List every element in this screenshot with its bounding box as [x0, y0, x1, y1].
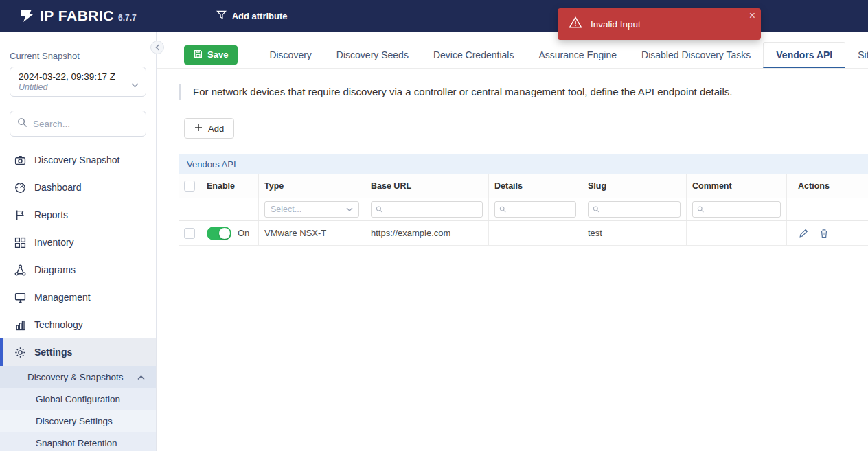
sidebar-item-diagrams[interactable]: Diagrams	[0, 256, 156, 284]
toast-message: Invalid Input	[591, 19, 641, 30]
error-toast: Invalid Input ×	[558, 8, 761, 40]
search-icon	[697, 205, 704, 213]
table-filter-row: Select...	[179, 198, 868, 221]
warning-triangle-icon	[569, 16, 582, 32]
snapshot-select[interactable]: 2024-03-22, 09:39:17 Z Untitled	[10, 67, 146, 97]
sidebar-collapse-button[interactable]	[150, 41, 164, 54]
cell-details	[489, 221, 582, 245]
tab-discovery-seeds[interactable]: Discovery Seeds	[324, 42, 421, 68]
column-header-actions: Actions	[787, 174, 841, 198]
sidebar-item-technology[interactable]: Technology	[0, 311, 156, 338]
edit-button[interactable]	[795, 225, 812, 242]
slug-filter[interactable]	[588, 201, 681, 218]
sidebar-item-management[interactable]: Management	[0, 284, 156, 311]
monitor-icon	[14, 291, 26, 303]
ipfabric-logo-icon	[19, 8, 36, 24]
brand-version: 6.7.7	[118, 13, 137, 23]
comment-filter-input[interactable]	[707, 205, 776, 214]
sidebar-item-global-configuration[interactable]: Global Configuration	[0, 388, 156, 410]
enable-state-label: On	[238, 228, 249, 238]
sidebar-item-dashboard[interactable]: Dashboard	[0, 174, 156, 201]
search-input[interactable]	[33, 119, 155, 129]
chevron-down-icon	[131, 78, 139, 91]
tab-site-separation[interactable]: Site Separation	[845, 42, 868, 68]
tab-assurance-engine[interactable]: Assurance Engine	[526, 42, 629, 68]
brand-name: IP FABRIC	[40, 8, 114, 24]
table-row: On VMware NSX-T https://example.com test	[179, 221, 868, 246]
add-button[interactable]: Add	[184, 118, 234, 139]
sidebar-item-discovery-snapshot[interactable]: Discovery Snapshot	[0, 146, 156, 174]
details-filter-input[interactable]	[510, 205, 571, 214]
current-snapshot-label: Current Snapshot	[10, 51, 146, 61]
tab-disabled-discovery-tasks[interactable]: Disabled Discovery Tasks	[629, 42, 763, 68]
add-attribute-button[interactable]: Add attribute	[216, 10, 288, 22]
enable-toggle[interactable]	[207, 227, 231, 240]
row-checkbox[interactable]	[184, 228, 195, 239]
sidebar: Current Snapshot 2024-03-22, 09:39:17 Z …	[0, 32, 157, 451]
sidebar-search[interactable]	[10, 111, 146, 137]
sidebar-item-snapshot-retention[interactable]: Snapshot Retention	[0, 432, 156, 451]
column-header-enable[interactable]: Enable	[201, 174, 259, 198]
column-header-slug[interactable]: Slug	[582, 174, 687, 198]
flag-icon	[14, 209, 26, 221]
type-filter-select[interactable]: Select...	[264, 201, 359, 218]
sidebar-menu: Discovery Snapshot Dashboard Reports Inv…	[0, 146, 156, 451]
toast-close-button[interactable]: ×	[749, 10, 755, 22]
toggle-knob	[219, 228, 230, 239]
network-icon	[14, 264, 26, 276]
details-filter[interactable]	[494, 201, 576, 218]
tab-vendors-api[interactable]: Vendors API	[763, 42, 845, 68]
snapshot-date: 2024-03-22, 09:39:17 Z	[19, 71, 126, 82]
sidebar-item-discovery-settings[interactable]: Discovery Settings	[0, 410, 156, 432]
column-header-base-url[interactable]: Base URL	[365, 174, 489, 198]
search-icon	[17, 117, 27, 130]
grid-icon	[14, 236, 26, 248]
tabs: Discovery Discovery Seeds Device Credent…	[257, 42, 868, 68]
column-header-details[interactable]: Details	[489, 174, 582, 198]
floppy-icon	[194, 49, 203, 60]
slug-filter-input[interactable]	[603, 205, 676, 214]
chevron-up-icon	[137, 372, 145, 382]
page-description: For network devices that require discove…	[179, 84, 769, 100]
main-content: Save Discovery Discovery Seeds Device Cr…	[157, 32, 868, 451]
save-button[interactable]: Save	[184, 45, 238, 65]
sidebar-item-inventory[interactable]: Inventory	[0, 229, 156, 256]
base-url-filter-input[interactable]	[387, 205, 478, 214]
comment-filter[interactable]	[692, 201, 781, 218]
column-header-type[interactable]: Type	[259, 174, 365, 198]
camera-icon	[14, 154, 26, 166]
delete-button[interactable]	[816, 225, 832, 242]
cell-slug: test	[582, 221, 687, 245]
gear-icon	[14, 346, 26, 358]
cell-type: VMware NSX-T	[259, 221, 365, 245]
plus-icon	[194, 124, 203, 134]
vendors-api-table: Vendors API Enable Type Base URL Details…	[179, 154, 868, 246]
pencil-icon	[799, 229, 808, 238]
search-icon	[376, 205, 383, 213]
tab-device-credentials[interactable]: Device Credentials	[421, 42, 527, 68]
snapshot-name: Untitled	[19, 82, 126, 92]
trash-icon	[819, 229, 829, 238]
sidebar-item-settings[interactable]: Settings	[0, 338, 156, 366]
select-all-checkbox[interactable]	[184, 181, 195, 192]
table-title: Vendors API	[179, 154, 868, 174]
column-header-filler	[841, 174, 868, 198]
brand: IP FABRIC 6.7.7	[0, 8, 137, 24]
cell-base-url: https://example.com	[365, 221, 489, 245]
sidebar-item-discovery-snapshots-group[interactable]: Discovery & Snapshots	[0, 366, 156, 388]
table-header-row: Enable Type Base URL Details Slug Commen…	[179, 174, 868, 198]
chevron-down-icon	[346, 207, 353, 211]
sidebar-item-reports[interactable]: Reports	[0, 201, 156, 229]
base-url-filter[interactable]	[371, 201, 483, 218]
gauge-icon	[14, 181, 26, 194]
search-icon	[593, 205, 599, 213]
search-icon	[499, 205, 506, 213]
column-header-comment[interactable]: Comment	[687, 174, 787, 198]
cell-comment	[687, 221, 787, 245]
tab-discovery[interactable]: Discovery	[257, 42, 323, 68]
funnel-icon	[216, 10, 227, 22]
chart-icon	[14, 319, 26, 331]
tab-bar: Save Discovery Discovery Seeds Device Cr…	[157, 32, 868, 69]
app-window: IP FABRIC 6.7.7 Add attribute Invalid In…	[0, 0, 868, 451]
